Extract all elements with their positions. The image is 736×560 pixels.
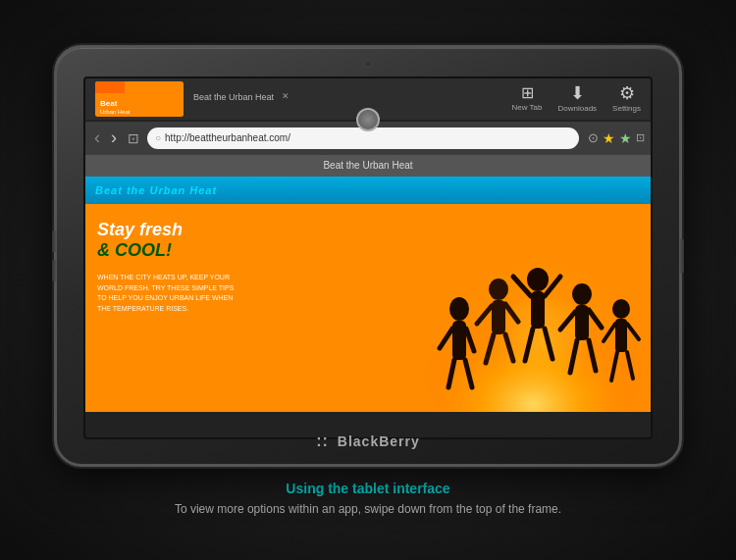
window-button[interactable]: ⊡ — [125, 128, 142, 148]
site-left-content: Stay fresh & COOL! WHEN THE CITY HEATS U… — [85, 204, 415, 412]
history-icon[interactable]: ⊙ — [588, 130, 599, 145]
page-wrapper: Beat Urban Heat Beat the Urban Heat ✕ ⊞ … — [0, 0, 736, 560]
svg-point-17 — [527, 268, 549, 291]
tab-close-button[interactable]: ✕ — [282, 91, 289, 101]
back-button[interactable]: ‹ — [91, 126, 103, 150]
tab-label: Beat the Urban Heat — [193, 92, 274, 102]
forward-button[interactable]: › — [108, 126, 120, 150]
downloads-label: Downloads — [558, 104, 598, 113]
blackberry-brand: :: BlackBerry — [316, 433, 419, 450]
caption-description: To view more options within an app, swip… — [175, 502, 561, 516]
new-tab-icon: ⊞ — [521, 85, 534, 101]
tablet-screen: Beat Urban Heat Beat the Urban Heat ✕ ⊞ … — [83, 76, 653, 439]
blackberry-brand-text: BlackBerry — [338, 433, 420, 449]
svg-rect-6 — [452, 321, 466, 360]
svg-rect-1 — [95, 81, 125, 93]
svg-point-5 — [449, 297, 469, 321]
browser-page-title: Beat the Urban Heat — [323, 160, 412, 171]
settings-button[interactable]: ⚙ Settings — [612, 84, 641, 113]
power-button[interactable] — [679, 238, 684, 273]
people-silhouette — [415, 235, 651, 412]
new-tab-button[interactable]: ⊞ New Tab — [512, 85, 543, 112]
svg-text:Urban Heat: Urban Heat — [100, 109, 131, 115]
new-tab-label: New Tab — [512, 103, 543, 112]
site-right-image — [415, 204, 651, 412]
settings-label: Settings — [612, 104, 641, 113]
swipe-indicator — [356, 108, 380, 131]
bookmark-add-icon[interactable]: ★ — [619, 130, 632, 146]
browser-title-bar: Beat the Urban Heat — [85, 155, 651, 177]
caption-section: Using the tablet interface To view more … — [175, 481, 561, 516]
tablet-side-buttons-right — [679, 238, 684, 273]
downloads-button[interactable]: ⬇ Downloads — [558, 84, 598, 113]
browser-tab-thumbnail[interactable]: Beat Urban Heat — [95, 81, 184, 117]
site-header-bar: Beat the Urban Heat — [85, 177, 651, 204]
site-body: Stay fresh & COOL! WHEN THE CITY HEATS U… — [85, 204, 651, 412]
svg-point-29 — [612, 299, 630, 319]
volume-down-button[interactable] — [52, 260, 57, 281]
site-tagline-2: & COOL! — [97, 240, 403, 261]
address-icon: ○ — [155, 132, 161, 143]
tablet-device: Beat Urban Heat Beat the Urban Heat ✕ ⊞ … — [54, 45, 682, 467]
tablet-side-buttons-left — [52, 230, 57, 281]
address-url: http://beattheurbanheat.com/ — [165, 132, 290, 143]
website-content: Beat the Urban Heat Stay fresh & COOL! W… — [85, 177, 651, 412]
bookmark-star-icon[interactable]: ★ — [603, 130, 615, 146]
svg-point-23 — [572, 283, 592, 305]
site-tagline-1: Stay fresh — [97, 220, 403, 241]
caption-title: Using the tablet interface — [175, 481, 561, 496]
downloads-icon: ⬇ — [570, 84, 585, 102]
site-logo-text: Beat the Urban Heat — [95, 184, 217, 196]
share-icon[interactable]: ⊡ — [636, 131, 645, 144]
tab-thumbnail-image: Beat Urban Heat — [95, 81, 184, 117]
site-body-text: WHEN THE CITY HEATS UP, KEEP YOUR WORLD … — [97, 273, 235, 314]
settings-icon: ⚙ — [619, 84, 635, 102]
blackberry-logo-icon: :: — [316, 433, 329, 450]
menu-icons-group: ⊞ New Tab ⬇ Downloads ⚙ Settings — [512, 84, 641, 113]
browser-menu-bar: Beat Urban Heat Beat the Urban Heat ✕ ⊞ … — [85, 78, 651, 120]
browser-action-icons: ⊙ ★ ★ ⊡ — [588, 130, 645, 146]
svg-text:Beat: Beat — [100, 99, 118, 108]
svg-point-11 — [489, 279, 508, 300]
volume-up-button[interactable] — [52, 230, 57, 252]
